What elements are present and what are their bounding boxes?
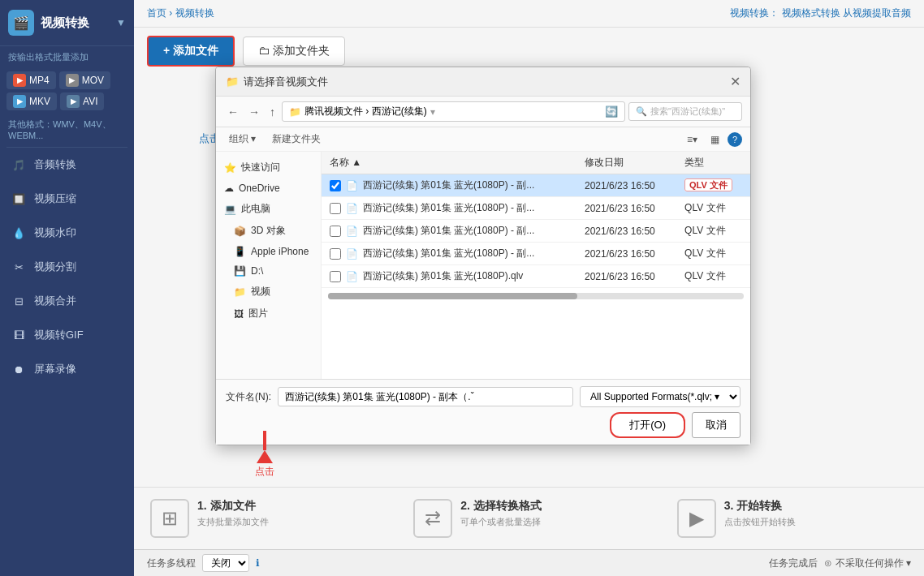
table-row[interactable]: 📄 西游记(续集) 第01集 蓝光(1080P) - 副... 2021/6/2… [322,220,750,243]
nav-forward-button[interactable]: → [245,104,263,120]
nav-path-arrow: ▾ [430,106,435,118]
bottom-steps: ⊞ 1. 添加文件 支持批量添加文件 ⇄ 2. 选择转换格式 可单个或者批量选择 [134,487,924,549]
scrollbar-thumb [328,293,577,299]
nav-apple-iphone[interactable]: 📱 Apple iPhone [216,242,321,261]
nav-this-pc[interactable]: 💻 此电脑 [216,198,321,220]
step2-icon-symbol: ⇄ [425,507,441,530]
format-btn-mov[interactable]: ▶ MOV [59,71,110,89]
file-icon: 📄 [346,203,358,214]
step2-icon: ⇄ [413,499,452,538]
step2-text: 2. 选择转换格式 可单个或者批量选择 [460,499,542,528]
breadcrumb-home[interactable]: 首页 [147,7,166,19]
format-btn-avi[interactable]: ▶ AVI [60,92,104,110]
scrollbar-area [322,288,750,299]
cancel-button[interactable]: 取消 [692,412,740,438]
nav-videos[interactable]: 📁 视频 [216,281,321,303]
add-folder-button[interactable]: 🗀 添加文件夹 [243,37,345,66]
format-btn-mp4[interactable]: ▶ MP4 [6,71,56,89]
videos-icon: 📁 [234,286,246,298]
file-checkbox[interactable] [330,248,341,260]
new-folder-button[interactable]: 新建文件夹 [267,131,326,148]
nav-up-button[interactable]: ↑ [266,104,278,120]
nav-path[interactable]: 📁 腾讯视频文件 › 西游记(续集) ▾ 🔄 [282,101,625,122]
sidebar-item-compress-label: 视频压缩 [34,191,76,206]
sidebar-item-watermark[interactable]: 💧 视频水印 [0,216,134,250]
table-row[interactable]: 📄 西游记(续集) 第01集 蓝光(1080P).qlv 2021/6/23 1… [322,265,750,288]
header-link-format[interactable]: 视频格式转换 [782,7,840,19]
sidebar-logo[interactable]: 🎬 视频转换 ▼ [0,0,134,46]
arrow-head-annotation [257,450,273,463]
complete-dropdown[interactable]: ⊙ 不采取任何操作 ▾ [824,557,911,570]
add-file-button[interactable]: + 添加文件 [147,36,235,67]
task-select[interactable]: 关闭 [202,554,249,572]
info-icon[interactable]: ℹ [256,557,260,569]
onedrive-label: OneDrive [239,183,280,194]
sidebar-item-gif[interactable]: 🎞 视频转GIF [0,318,134,352]
status-left: 任务多线程 关闭 ℹ [147,554,260,572]
view-help-button[interactable]: ? [728,132,742,147]
file-checkbox[interactable] [330,203,341,214]
file-icon: 📄 [346,226,358,237]
view-list-button[interactable]: ≡▾ [682,132,702,147]
file-name-cell: 📄 西游记(续集) 第01集 蓝光(1080P) - 副... [330,247,568,260]
sidebar-item-merge[interactable]: ⊟ 视频合并 [0,284,134,318]
mp4-icon: ▶ [13,74,26,87]
file-checkbox[interactable] [330,271,341,282]
filename-label: 文件名(N): [226,390,271,404]
open-button[interactable]: 打开(O) [610,412,685,438]
mov-icon: ▶ [66,74,79,87]
table-row[interactable]: 📄 西游记(续集) 第01集 蓝光(1080P) - 副... 2021/6/2… [322,174,750,197]
file-icon: 📄 [346,271,358,282]
filetype-select[interactable]: All Supported Formats(*.qlv; ▾ [580,386,740,407]
sidebar-logo-text: 视频转换 [41,15,89,31]
col-name[interactable]: 名称 ▲ [322,152,576,174]
nav-back-button[interactable]: ← [224,104,242,120]
dialog-close-button[interactable]: ✕ [730,74,740,89]
nav-search[interactable]: 🔍 搜索"西游记(续集)" [628,102,742,121]
status-bar: 任务多线程 关闭 ℹ 任务完成后 ⊙ 不采取任何操作 ▾ [134,549,924,576]
complete-value: ⊙ 不采取任何操作 ▾ [824,557,911,570]
file-date: 2021/6/23 16:50 [576,265,676,288]
file-icon: 📄 [346,180,358,191]
dialog-title-text: 请选择音视频文件 [244,75,328,89]
sidebar-item-audio[interactable]: 🎵 音频转换 [0,148,134,182]
nav-quick-access[interactable]: ⭐ 快速访问 [216,157,321,178]
onedrive-icon: ☁ [224,183,234,194]
format-btn-mkv[interactable]: ▶ MKV [6,92,57,110]
dialog-folder-icon: 📁 [226,75,239,88]
nav-pictures[interactable]: 🖼 图片 [216,303,321,325]
sidebar-item-gif-label: 视频转GIF [34,328,84,342]
file-name-cell: 📄 西游记(续集) 第01集 蓝光(1080P) - 副... [330,178,568,192]
nav-drive-d[interactable]: 💾 D:\ [216,261,321,281]
3d-objects-icon: 📦 [234,226,246,237]
nav-refresh-button[interactable]: 🔄 [605,105,618,118]
table-row[interactable]: 📄 西游记(续集) 第01集 蓝光(1080P) - 副... 2021/6/2… [322,243,750,265]
table-row[interactable]: 📄 西游记(续集) 第01集 蓝光(1080P) - 副... 2021/6/2… [322,197,750,220]
nav-3d-objects[interactable]: 📦 3D 对象 [216,220,321,242]
horizontal-scrollbar[interactable] [328,293,744,299]
nav-onedrive[interactable]: ☁ OneDrive [216,178,321,198]
organize-button[interactable]: 组织 ▾ [224,131,261,148]
filename-input[interactable] [278,387,573,406]
gif-icon: 🎞 [10,326,28,344]
step1-text: 1. 添加文件 支持批量添加文件 [197,499,269,528]
complete-label: 任务完成后 [769,557,818,570]
file-name-cell: 📄 西游记(续集) 第01集 蓝光(1080P) - 副... [330,224,568,238]
sidebar-item-merge-label: 视频合并 [34,294,76,308]
col-date[interactable]: 修改日期 [576,152,676,174]
view-details-button[interactable]: ▦ [706,132,724,147]
file-type: QLV 文件 [676,197,750,220]
col-type[interactable]: 类型 [676,152,750,174]
task-label: 任务多线程 [147,557,196,570]
file-checkbox[interactable] [330,180,341,191]
sidebar-item-compress[interactable]: 🔲 视频压缩 [0,182,134,216]
sidebar-item-split[interactable]: ✂ 视频分割 [0,250,134,284]
file-checkbox[interactable] [330,226,341,237]
file-name: 西游记(续集) 第01集 蓝光(1080P) - 副... [363,201,534,215]
sidebar-item-record[interactable]: ⏺ 屏幕录像 [0,352,134,386]
avi-label: AVI [83,96,97,107]
main-content: 首页 › 视频转换 视频转换： 视频格式转换 从视频提取音频 + 添加文件 🗀 … [134,0,924,576]
dialog-content: ⭐ 快速访问 ☁ OneDrive 💻 此电脑 📦 [216,152,750,379]
step3-title: 3. 开始转换 [724,499,796,514]
file-name-cell: 📄 西游记(续集) 第01集 蓝光(1080P).qlv [330,269,568,283]
